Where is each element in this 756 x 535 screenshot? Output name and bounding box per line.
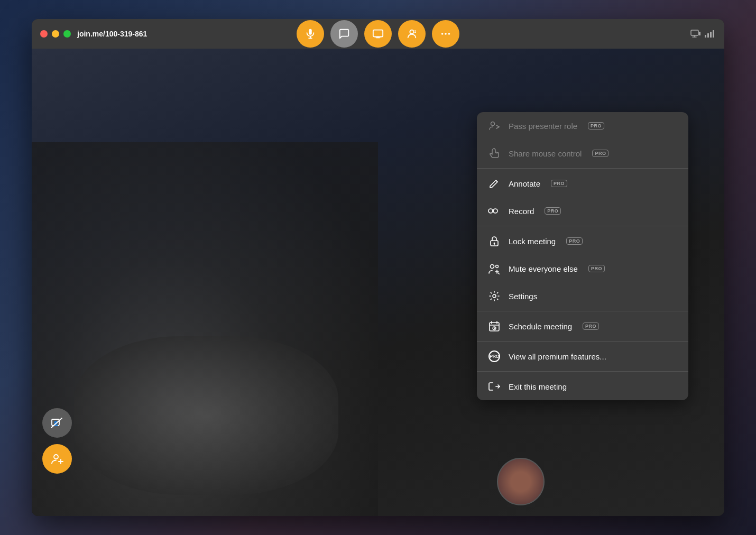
svg-point-33 — [491, 265, 494, 269]
svg-point-29 — [493, 209, 497, 213]
toolbar-buttons: 1 — [297, 20, 459, 48]
dropdown-menu: Pass presenter role PRO Share mouse cont… — [477, 112, 688, 400]
more-button[interactable] — [432, 20, 459, 48]
minimize-button[interactable] — [52, 30, 59, 38]
traffic-lights — [40, 30, 71, 38]
divider-3 — [477, 311, 688, 311]
url-text: join.me/100-319-861 — [77, 30, 147, 38]
svg-point-6 — [410, 30, 413, 34]
meeting-window: join.me/100-319-861 — [32, 19, 724, 516]
menu-item-lock-meeting[interactable]: Lock meeting PRO — [477, 227, 688, 255]
fullscreen-button[interactable] — [63, 30, 71, 38]
divider-5 — [477, 371, 688, 372]
exit-label: Exit this meeting — [509, 382, 567, 391]
menu-item-record[interactable]: Record PRO — [477, 197, 688, 225]
svg-rect-3 — [373, 30, 383, 37]
record-label: Record — [509, 207, 534, 216]
mic-icon — [305, 28, 316, 40]
people-button[interactable]: 1 — [398, 20, 426, 48]
add-participant-button[interactable] — [42, 444, 72, 474]
divider-2 — [477, 226, 688, 226]
svg-point-8 — [441, 33, 444, 35]
menu-item-mute-everyone[interactable]: Mute everyone else PRO — [477, 255, 688, 282]
svg-rect-17 — [710, 32, 712, 38]
status-icons — [690, 30, 716, 38]
divider-4 — [477, 341, 688, 342]
premium-icon: PRO — [487, 349, 501, 363]
settings-label: Settings — [509, 292, 537, 301]
record-icon — [487, 204, 501, 218]
url-bar: join.me/100-319-861 — [77, 30, 147, 38]
more-icon — [440, 28, 451, 40]
pass-presenter-icon — [487, 119, 501, 133]
chat-icon — [338, 28, 350, 40]
schedule-icon — [487, 319, 501, 333]
camera-off-button[interactable]: 👤 — [42, 408, 72, 438]
svg-point-38 — [493, 294, 496, 298]
menu-item-schedule[interactable]: Schedule meeting PRO — [477, 312, 688, 340]
svg-line-27 — [496, 127, 499, 128]
mute-everyone-label: Mute everyone else — [509, 264, 578, 273]
menu-item-pass-presenter[interactable]: Pass presenter role PRO — [477, 112, 688, 140]
menu-item-exit[interactable]: Exit this meeting — [477, 373, 688, 400]
add-participant-icon — [50, 452, 64, 466]
close-button[interactable] — [40, 30, 48, 38]
premium-label: View all premium features... — [509, 352, 606, 361]
share-mouse-icon — [487, 146, 501, 160]
lock-meeting-icon — [487, 234, 501, 248]
svg-line-37 — [498, 273, 500, 274]
people-icon: 1 — [406, 28, 418, 40]
share-mouse-label: Share mouse control — [509, 149, 582, 158]
pass-presenter-label: Pass presenter role — [509, 122, 577, 131]
menu-item-annotate[interactable]: Annotate PRO — [477, 170, 688, 197]
menu-item-settings[interactable]: Settings — [477, 282, 688, 310]
menu-item-share-mouse[interactable]: Share mouse control PRO — [477, 140, 688, 167]
annotate-icon — [487, 177, 501, 190]
svg-rect-18 — [713, 30, 714, 38]
lock-meeting-pro-badge: PRO — [566, 237, 583, 245]
svg-text:1: 1 — [414, 30, 417, 33]
record-pro-badge: PRO — [545, 207, 561, 215]
pass-presenter-pro-badge: PRO — [588, 122, 604, 130]
bottom-controls: 👤 — [42, 408, 72, 474]
lock-meeting-label: Lock meeting — [509, 237, 556, 246]
video-content — [74, 336, 338, 495]
svg-point-9 — [445, 33, 447, 35]
schedule-pro-badge: PRO — [583, 322, 599, 330]
svg-point-34 — [496, 265, 499, 268]
mute-everyone-icon — [487, 262, 501, 275]
svg-rect-0 — [309, 29, 312, 35]
svg-point-28 — [488, 209, 493, 213]
svg-point-22 — [54, 455, 58, 459]
participant-thumbnail — [497, 458, 545, 505]
screen-share-button[interactable] — [364, 20, 392, 48]
svg-point-10 — [448, 33, 450, 35]
titlebar: join.me/100-319-861 — [32, 19, 724, 49]
annotate-pro-badge: PRO — [551, 180, 567, 187]
mute-everyone-pro-badge: PRO — [588, 265, 605, 272]
video-area: 👤 — [32, 49, 724, 516]
screen-share-icon — [372, 28, 384, 40]
svg-rect-11 — [691, 30, 698, 35]
divider-1 — [477, 168, 688, 169]
svg-rect-14 — [699, 32, 700, 35]
settings-icon — [487, 289, 501, 303]
monitor-status-icon — [690, 30, 701, 38]
share-mouse-pro-badge: PRO — [592, 150, 609, 157]
svg-line-45 — [494, 328, 495, 329]
camera-off-icon: 👤 — [50, 416, 64, 430]
svg-rect-15 — [705, 35, 706, 38]
schedule-label: Schedule meeting — [509, 322, 572, 331]
mic-button[interactable] — [297, 20, 324, 48]
signal-strength-icon — [704, 30, 716, 38]
svg-point-25 — [491, 122, 495, 126]
menu-item-premium[interactable]: PRO View all premium features... — [477, 343, 688, 370]
svg-rect-16 — [707, 33, 709, 38]
chat-button[interactable] — [330, 20, 358, 48]
annotate-label: Annotate — [509, 179, 540, 188]
exit-icon — [487, 380, 501, 393]
